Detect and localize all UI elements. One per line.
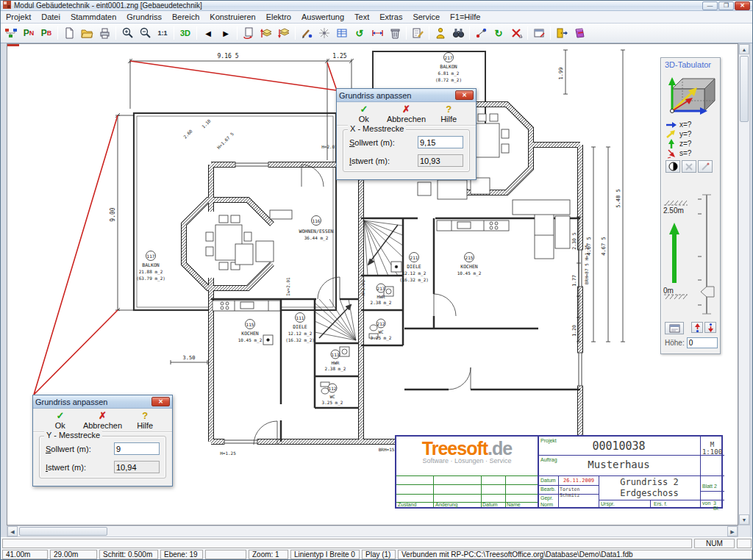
ok-button[interactable]: ✓Ok [343,104,385,123]
menu-datei[interactable]: Datei [36,12,65,22]
sheet-transfer-icon[interactable] [240,25,257,41]
svg-text:WC: WC [329,394,335,399]
height-properties-button[interactable] [665,322,684,334]
horizontal-scroll-thumb[interactable] [19,527,107,536]
refresh-icon[interactable]: ↻ [490,25,507,41]
level-up-button[interactable] [691,322,703,333]
scroll-down-arrow[interactable]: ▼ [739,514,749,525]
table-grid-icon[interactable] [333,25,351,41]
svg-text:Iw=2.01: Iw=2.01 [285,277,290,296]
snap-diagonal-button[interactable] [698,160,713,173]
minimize-button[interactable]: — [702,1,718,10]
svg-text:2.38 m_2: 2.38 m_2 [325,366,346,372]
layer-down-icon[interactable] [275,25,293,41]
z-axis-label: z=? [679,140,691,148]
horizontal-scrollbar[interactable]: ◀ ▶ [7,525,738,537]
zoom-out-icon[interactable] [136,25,154,41]
scroll-left-arrow[interactable]: ◀ [7,526,18,536]
dimension-icon[interactable] [368,25,386,41]
hilfe-button[interactable]: ?Hilfe [124,411,166,430]
project-navigator-icon[interactable]: PN [20,25,38,41]
layer-up-icon[interactable] [257,25,275,41]
abbrechen-button[interactable]: ✗Abbrechen [82,411,124,430]
svg-text:36.44 m_2: 36.44 m_2 [304,235,329,241]
menu-bereich[interactable]: Bereich [167,12,204,22]
svg-text:KOCHEN: KOCHEN [241,331,259,337]
menu-stammdaten[interactable]: Stammdaten [65,12,121,22]
menu-auswertung[interactable]: Auswertung [296,12,349,22]
status-zoom: Zoom: 1 [249,550,288,559]
menu-grundriss[interactable]: Grundriss [121,12,167,22]
height-slider[interactable] [692,189,718,320]
s-axis-icon [665,148,677,159]
delete-trash-icon[interactable] [386,25,404,41]
cancel-action-icon[interactable] [507,25,525,41]
hilfe-button[interactable]: ?Hilfe [427,104,470,123]
close-button[interactable]: ✕ [735,1,750,10]
dialog-close-button[interactable]: ✕ [455,90,474,100]
zoom-one-to-one-icon[interactable]: 1:1 [154,25,171,41]
person-icon[interactable] [432,25,449,41]
status-schritt: Schritt: 0.500m [99,550,158,559]
help-book-icon[interactable] [571,25,588,41]
search-binoculars-icon[interactable] [449,25,467,41]
sollwert-input[interactable] [114,442,160,455]
exit-door-icon[interactable] [553,25,571,41]
project-browser-icon[interactable]: PB [38,25,55,41]
hoehe-input[interactable] [687,337,718,348]
menu-projekt[interactable]: Projekt [1,12,36,22]
scroll-up-arrow[interactable]: ▲ [739,44,749,54]
menu-extras[interactable]: Extras [374,12,407,22]
hoehe-label: Höhe: [665,339,685,347]
dialog-title-bar[interactable]: Grundriss anpassen ✕ [337,89,476,102]
svg-text:1.99: 1.99 [558,68,564,80]
svg-text:6.81 m_2: 6.81 m_2 [438,71,460,76]
svg-text:3.50: 3.50 [183,355,196,361]
restore-button[interactable]: ❐ [718,1,734,10]
undo-rotate-icon[interactable]: ↺ [351,25,368,41]
level-down-button[interactable] [704,322,716,333]
help-icon: ? [124,411,166,421]
menu-hilfe[interactable]: F1=Hilfe [445,12,485,22]
svg-text:(63.79 m_2): (63.79 m_2) [136,276,165,281]
svg-text:116: 116 [313,218,321,223]
status-y-coord: 29.00m [50,550,97,559]
next-sheet-icon[interactable]: ▶ [217,25,235,41]
notepad-edit-icon[interactable] [409,25,427,41]
properties-icon[interactable] [530,25,548,41]
group-title: X - Messtrecke [348,124,406,133]
scroll-right-arrow[interactable]: ▶ [727,526,738,536]
dialog-close-button[interactable]: ✕ [151,397,170,406]
move-diagonal-button[interactable] [682,160,696,173]
open-folder-icon[interactable] [78,25,96,41]
connect-points-icon[interactable] [472,25,490,41]
svg-text:117: 117 [147,254,155,259]
dialog-title-bar[interactable]: Grundriss anpassen ✕ [33,395,172,409]
new-document-icon[interactable] [60,25,78,41]
svg-text:3.25 m_2: 3.25 m_2 [322,400,343,406]
draw-pen-icon[interactable] [298,25,315,41]
auftrag-name: Musterhaus [538,459,700,470]
project-tree-icon[interactable] [2,25,20,41]
ok-button[interactable]: ✓Ok [39,411,82,430]
ok-icon: ✓ [39,411,82,421]
istwert-input [114,461,160,473]
net-icon[interactable] [315,25,333,41]
prev-sheet-icon[interactable]: ◀ [199,25,217,41]
zoom-in-icon[interactable] [118,25,136,41]
rev-col-datum: Datum [482,502,498,507]
sollwert-input[interactable] [418,136,463,148]
svg-text:2.38 m_2: 2.38 m_2 [371,300,392,306]
menu-konstruieren[interactable]: Konstruieren [204,12,260,22]
svg-text:BALKON: BALKON [440,64,457,70]
vertical-scrollbar[interactable]: ▲ ▼ [738,43,750,525]
render-sphere-button[interactable] [665,160,680,173]
menu-text[interactable]: Text [349,12,374,22]
print-icon[interactable] [96,25,113,41]
view-3d-icon[interactable]: 3D [176,25,194,41]
menu-elektro[interactable]: Elektro [261,12,296,22]
abbrechen-button[interactable]: ✗Abbrechen [385,104,428,123]
menu-service[interactable]: Service [407,12,445,22]
vertical-scroll-thumb[interactable] [740,56,749,122]
svg-text:10.45 m_2: 10.45 m_2 [238,337,263,343]
